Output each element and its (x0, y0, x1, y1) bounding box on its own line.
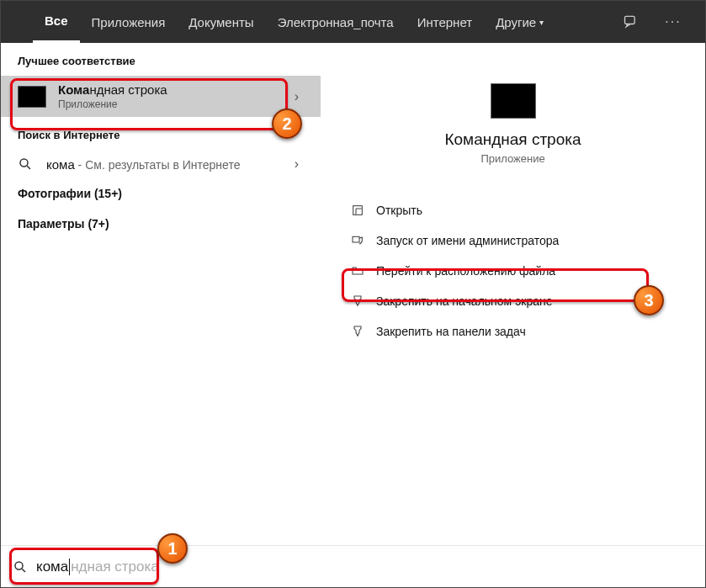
preview-title: Командная строка (346, 130, 680, 149)
folder-location-icon (351, 264, 376, 278)
search-icon (18, 156, 46, 172)
tab-other[interactable]: Другие▾ (484, 1, 555, 43)
shield-admin-icon (351, 234, 376, 247)
best-match-result[interactable]: Командная строка Приложение › (1, 76, 321, 117)
tab-email[interactable]: Электронная_почта (266, 1, 406, 43)
pin-start-icon (351, 294, 376, 308)
tab-all[interactable]: Все (33, 1, 80, 43)
feedback-icon[interactable] (623, 13, 656, 30)
web-search-header: Поиск в Интернете (1, 117, 321, 150)
search-suggestion-text: ндная строка (71, 559, 159, 575)
action-pin-taskbar[interactable]: Закрепить на панели задач (346, 316, 680, 347)
tab-label: Документы (188, 15, 253, 29)
open-icon (351, 204, 376, 217)
preview-app-icon (491, 83, 536, 119)
chevron-right-icon[interactable]: › (289, 89, 304, 104)
result-subtitle: Приложение (58, 98, 289, 110)
action-label: Открыть (376, 204, 422, 217)
preview-subtitle: Приложение (346, 152, 680, 165)
tab-label: Другие (496, 15, 536, 29)
action-run-as-admin[interactable]: Запуск от имени администратора (346, 225, 680, 256)
svg-rect-4 (353, 236, 359, 242)
chevron-down-icon: ▾ (539, 18, 544, 27)
result-title: Командная строка (58, 82, 289, 97)
action-open[interactable]: Открыть (346, 195, 680, 225)
search-typed-text: кома (36, 559, 68, 575)
svg-point-1 (20, 159, 28, 167)
tab-label: Все (45, 13, 68, 28)
more-options-icon[interactable]: ··· (656, 14, 690, 29)
action-pin-start[interactable]: Закрепить на начальном экране (346, 286, 680, 316)
web-result-text: кома - См. результаты в Интернете (46, 157, 289, 172)
tab-label: Электронная_почта (278, 15, 394, 29)
cmd-prompt-icon (18, 86, 46, 108)
svg-rect-3 (353, 206, 363, 215)
action-label: Перейти к расположению файла (376, 264, 555, 278)
preview-panel: Командная строка Приложение Открыть Запу… (321, 43, 705, 546)
svg-point-5 (15, 562, 23, 569)
tab-label: Приложения (92, 15, 166, 29)
action-label: Закрепить на начальном экране (376, 294, 553, 308)
settings-category[interactable]: Параметры (7+) (1, 209, 321, 239)
tab-label: Интернет (417, 15, 472, 29)
pin-taskbar-icon (351, 325, 376, 338)
svg-rect-0 (625, 16, 635, 24)
best-match-header: Лучшее соответствие (1, 43, 321, 76)
tab-internet[interactable]: Интернет (406, 1, 484, 43)
results-panel: Лучшее соответствие Командная строка При… (1, 43, 321, 546)
search-icon (13, 559, 28, 575)
text-caret (69, 559, 70, 575)
action-open-location[interactable]: Перейти к расположению файла (346, 256, 680, 286)
svg-line-2 (27, 166, 30, 169)
tab-apps[interactable]: Приложения (80, 1, 178, 43)
search-tabs: Все Приложения Документы Электронная_поч… (1, 1, 705, 43)
chevron-right-icon[interactable]: › (289, 156, 304, 172)
photos-category[interactable]: Фотографии (15+) (1, 178, 321, 209)
web-search-result[interactable]: кома - См. результаты в Интернете › (1, 150, 321, 178)
action-label: Закрепить на панели задач (376, 325, 526, 338)
action-label: Запуск от имени администратора (376, 234, 559, 247)
tab-documents[interactable]: Документы (177, 1, 265, 43)
search-input[interactable]: командная строка (1, 545, 705, 587)
svg-line-6 (22, 569, 25, 572)
